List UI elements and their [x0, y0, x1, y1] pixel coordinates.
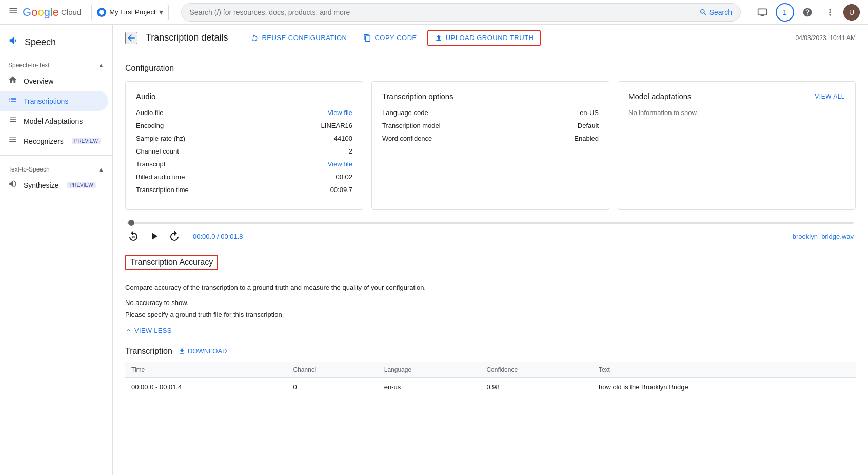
language-code-row: Language code en-US: [382, 109, 599, 117]
sidebar-item-model-adaptations-label: Model Adaptations: [24, 117, 83, 125]
view-less-button[interactable]: VIEW LESS: [125, 327, 172, 334]
sidebar-section-tts-chevron[interactable]: ▲: [98, 166, 104, 173]
upload-ground-truth-button[interactable]: UPLOAD GROUND TRUTH: [427, 30, 541, 46]
transcription-accuracy-title: Transcription Accuracy: [125, 255, 218, 270]
search-button[interactable]: Search: [699, 8, 732, 16]
sample-rate-row: Sample rate (hz) 44100: [136, 135, 352, 142]
progress-bar[interactable]: [127, 222, 854, 224]
search-bar[interactable]: Search: [181, 3, 741, 22]
sidebar: Speech Speech-to-Text ▲ Overview Transcr…: [0, 25, 113, 475]
display-icon[interactable]: [753, 3, 772, 22]
audio-player: 10 00:00.0 / 00:01.8 brooklyn_bridge.wav: [125, 222, 856, 242]
project-selector[interactable]: My First Project ▾: [91, 4, 168, 21]
sidebar-section-stt-chevron[interactable]: ▲: [98, 62, 104, 69]
sidebar-section-tts-label: Text-to-Speech: [8, 166, 50, 173]
synthesize-icon: [8, 179, 17, 191]
model-adaptations-card: Model adaptations VIEW ALL No informatio…: [618, 81, 856, 210]
menu-icon[interactable]: [8, 6, 18, 18]
player-filename[interactable]: brooklyn_bridge.wav: [793, 233, 854, 240]
col-language: Language: [378, 362, 481, 378]
sidebar-item-recognizers-label: Recognizers: [24, 137, 64, 145]
configuration-title: Configuration: [125, 64, 856, 73]
sample-rate-label: Sample rate (hz): [136, 135, 185, 142]
model-adaptations-card-title: Model adaptations VIEW ALL: [628, 92, 845, 101]
row-channel: 0: [287, 377, 378, 396]
transcription-accuracy-section: Transcription Accuracy Compare accuracy …: [125, 255, 856, 334]
audio-file-link[interactable]: View file: [328, 109, 352, 117]
recognizers-icon: [8, 135, 17, 147]
row-time: 00:00.0 - 00:01.4: [125, 377, 287, 396]
channel-count-label: Channel count: [136, 147, 179, 155]
download-button[interactable]: DOWNLOAD: [179, 347, 227, 355]
reuse-configuration-label: REUSE CONFIGURATION: [262, 34, 347, 42]
word-confidence-row: Word confidence Enabled: [382, 135, 599, 142]
speech-logo-icon: [8, 35, 19, 49]
sidebar-item-recognizers[interactable]: Recognizers PREVIEW: [0, 131, 108, 151]
transcript-row: Transcript View file: [136, 160, 352, 168]
avatar[interactable]: U: [843, 4, 860, 21]
project-icon: [97, 8, 106, 17]
google-logo: Google Cloud: [23, 6, 81, 19]
play-button[interactable]: [148, 230, 160, 242]
transcription-model-label: Transcription model: [382, 122, 441, 129]
view-less-label: VIEW LESS: [134, 327, 172, 334]
page-title: Transcription details: [146, 32, 228, 43]
audio-file-label: Audio file: [136, 109, 163, 117]
search-label: Search: [709, 8, 732, 16]
topbar: Google Cloud My First Project ▾ Search 1…: [0, 0, 868, 25]
svg-text:U: U: [849, 8, 854, 16]
datetime-display: 04/03/2023, 10:41 AM: [796, 34, 856, 42]
model-adaptations-empty: No information to show.: [628, 109, 845, 117]
reuse-configuration-button[interactable]: REUSE CONFIGURATION: [244, 31, 353, 45]
notification-badge[interactable]: 1: [776, 3, 794, 22]
model-adaptations-icon: [8, 115, 17, 127]
sidebar-item-transcriptions-label: Transcriptions: [24, 97, 68, 105]
audio-card-title: Audio: [136, 92, 352, 101]
more-icon[interactable]: [821, 3, 839, 22]
sidebar-item-overview[interactable]: Overview: [0, 71, 108, 91]
channel-count-value: 2: [349, 147, 352, 155]
cards-grid: Audio Audio file View file Encoding LINE…: [125, 81, 856, 210]
transcription-header: Transcription DOWNLOAD: [125, 347, 856, 356]
sidebar-item-model-adaptations[interactable]: Model Adaptations: [0, 111, 108, 131]
row-language: en-us: [378, 377, 481, 396]
help-icon[interactable]: [798, 3, 817, 22]
transcript-link[interactable]: View file: [328, 160, 352, 168]
transcription-section-title: Transcription: [125, 347, 172, 356]
sidebar-logo: Speech: [0, 29, 112, 55]
cloud-text: Cloud: [61, 8, 81, 16]
project-name: My First Project: [109, 8, 155, 16]
col-text: Text: [593, 362, 856, 378]
transcription-options-card: Transcription options Language code en-U…: [371, 81, 609, 210]
col-channel: Channel: [287, 362, 378, 378]
transcription-accuracy-empty: No accuracy to show.: [125, 299, 856, 307]
encoding-label: Encoding: [136, 122, 164, 129]
sidebar-section-stt: Speech-to-Text ▲: [0, 55, 112, 71]
sidebar-item-synthesize[interactable]: Synthesize PREVIEW: [0, 175, 108, 195]
transcription-table: Time Channel Language Confidence Text 00…: [125, 362, 856, 396]
copy-code-label: COPY CODE: [374, 34, 417, 42]
forward-button[interactable]: [168, 230, 181, 242]
upload-ground-truth-label: UPLOAD GROUND TRUTH: [446, 34, 534, 42]
transcription-model-value: Default: [578, 122, 599, 129]
transcription-model-row: Transcription model Default: [382, 122, 599, 129]
language-code-label: Language code: [382, 109, 428, 117]
sidebar-section-stt-label: Speech-to-Text: [8, 62, 50, 69]
col-confidence: Confidence: [480, 362, 593, 378]
progress-thumb[interactable]: [128, 220, 134, 226]
rewind-button[interactable]: 10: [127, 230, 140, 242]
sidebar-item-transcriptions[interactable]: Transcriptions: [0, 91, 108, 111]
back-button[interactable]: [125, 32, 137, 44]
view-all-button[interactable]: VIEW ALL: [815, 93, 845, 100]
transcription-time-label: Transcription time: [136, 186, 189, 194]
transcription-accuracy-hint: Please specify a ground truth file for t…: [125, 311, 856, 318]
content-area: Configuration Audio Audio file View file…: [113, 51, 868, 409]
sidebar-item-overview-label: Overview: [24, 77, 53, 85]
table-row: 00:00.0 - 00:01.4 0 en-us 0.98 how old i…: [125, 377, 856, 396]
search-input[interactable]: [190, 8, 699, 16]
sidebar-section-tts: Text-to-Speech ▲: [0, 160, 112, 175]
topbar-actions: 1 U: [753, 3, 860, 22]
word-confidence-label: Word confidence: [382, 135, 432, 142]
copy-code-button[interactable]: COPY CODE: [357, 31, 423, 45]
row-confidence: 0.98: [480, 377, 593, 396]
